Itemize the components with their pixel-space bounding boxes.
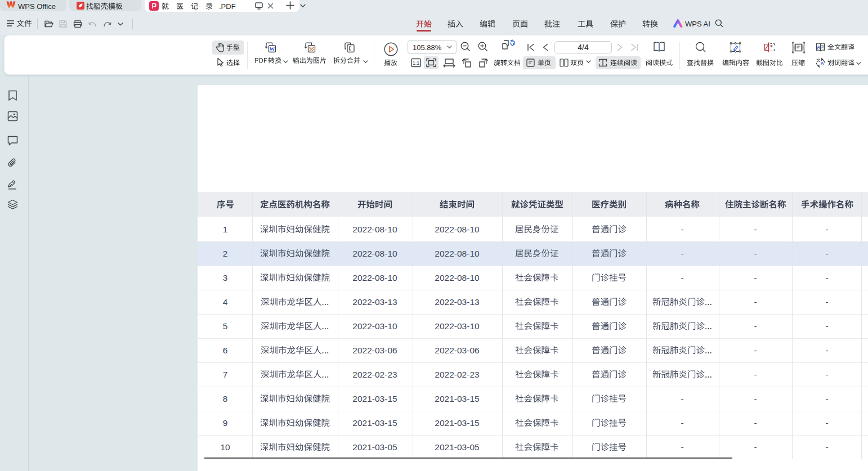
svg-text:A: A <box>820 60 824 66</box>
svg-text:A: A <box>817 44 820 50</box>
svg-text:1:1: 1:1 <box>413 60 420 66</box>
